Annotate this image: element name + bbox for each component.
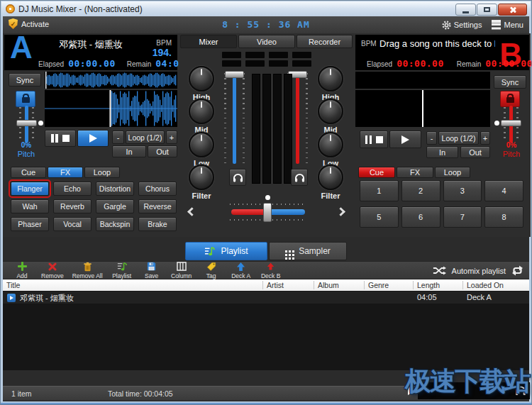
deck-a-loop-in-button[interactable]: In: [112, 145, 146, 157]
volume-fader-a-handle[interactable]: [225, 71, 244, 78]
cue-pad-1[interactable]: 1: [360, 180, 399, 201]
crossfader-left-arrow-icon[interactable]: [187, 207, 196, 216]
deck-b-tab-cue[interactable]: Cue: [358, 167, 395, 178]
deck-b-loop-minus-button[interactable]: -: [426, 131, 437, 145]
remove-button[interactable]: Remove: [37, 261, 68, 279]
mid-knob-a[interactable]: [189, 99, 214, 124]
deck-b-pitch-lock-button[interactable]: [500, 91, 520, 107]
crossfader-right-arrow-icon[interactable]: [336, 207, 345, 216]
deck-b-tab-fx[interactable]: FX: [397, 167, 433, 178]
column-artist[interactable]: Artist: [267, 281, 284, 289]
deck-b-sync-button[interactable]: Sync: [494, 75, 526, 89]
crossfader-track-right[interactable]: [268, 209, 305, 215]
column-loaded-on[interactable]: Loaded On: [467, 281, 504, 289]
fx-button-echo[interactable]: Echo: [53, 182, 92, 196]
close-button[interactable]: [498, 4, 527, 16]
deck-b-tab-loop[interactable]: Loop: [435, 167, 470, 178]
pause-icon: [370, 135, 372, 144]
repeat-icon[interactable]: [511, 265, 523, 277]
deck-a-loop-button[interactable]: Loop (1/2): [126, 131, 165, 144]
fx-button-wah[interactable]: Wah: [11, 199, 49, 213]
deck-b-loop-button[interactable]: Loop (1/2): [438, 131, 479, 145]
fx-button-phaser[interactable]: Phaser: [11, 217, 49, 231]
fx-button-reverse[interactable]: Reverse: [138, 199, 177, 213]
sampler-grid-icon: [285, 250, 287, 253]
headphone-cue-b-button[interactable]: [291, 169, 308, 186]
low-knob-b[interactable]: [318, 132, 343, 157]
high-knob-a[interactable]: [189, 66, 214, 91]
cue-pad-6[interactable]: 6: [401, 206, 440, 228]
deck-a-sync-button[interactable]: Sync: [9, 73, 41, 87]
volume-fader-a-track[interactable]: [233, 77, 236, 164]
deck-b-waveform-overview[interactable]: [355, 72, 490, 89]
cue-pad-7[interactable]: 7: [443, 206, 482, 228]
tag-button[interactable]: Tag: [196, 261, 226, 279]
deck-a-pitch-lock-button[interactable]: [16, 91, 35, 107]
table-row[interactable]: 邓紫琪 - 烟熏妆 04:05 Deck A: [3, 292, 529, 304]
remove-all-button[interactable]: Remove All: [68, 261, 107, 279]
playlist-button[interactable]: Playlist: [107, 261, 137, 279]
headphone-cue-a-button[interactable]: [229, 169, 246, 186]
deck-b-play-button[interactable]: [389, 131, 421, 148]
deck-b-loop-in-button[interactable]: In: [426, 146, 458, 158]
cue-pad-8[interactable]: 8: [484, 206, 523, 228]
deck-a-waveform-detail[interactable]: [45, 90, 177, 127]
shuffle-icon[interactable]: [433, 266, 446, 277]
column-album[interactable]: Album: [318, 281, 339, 289]
fx-button-distortion[interactable]: Distortion: [96, 182, 134, 196]
save-button[interactable]: Save: [137, 261, 167, 279]
cue-pad-3[interactable]: 3: [443, 180, 482, 201]
fx-button-gargle[interactable]: Gargle: [96, 199, 134, 213]
volume-fader-b-track[interactable]: [296, 77, 299, 164]
deck-b-loop-out-button[interactable]: Out: [460, 146, 490, 158]
preview-play-icon[interactable]: [408, 385, 416, 395]
load-deck-a-button[interactable]: Deck A: [226, 261, 256, 279]
fx-button-brake[interactable]: Brake: [138, 217, 177, 231]
cue-pad-4[interactable]: 4: [484, 180, 523, 201]
deck-a-tab-loop[interactable]: Loop: [84, 167, 120, 178]
column-length[interactable]: Length: [417, 281, 440, 289]
filter-knob-b[interactable]: [318, 165, 343, 190]
settings-button[interactable]: Settings: [442, 21, 482, 30]
fx-button-backspin[interactable]: Backspin: [96, 217, 134, 231]
deck-a-pause-stop-button[interactable]: [45, 130, 76, 147]
deck-b-waveform-detail[interactable]: [355, 90, 490, 127]
fx-button-flanger[interactable]: Flanger: [11, 182, 49, 196]
tab-playlist[interactable]: Playlist: [185, 242, 267, 260]
playlist-toolbar: Add Remove Remove All Playlist Save: [3, 261, 529, 279]
low-knob-a[interactable]: [189, 132, 214, 157]
minimize-button[interactable]: [455, 4, 476, 16]
filter-knob-a[interactable]: [189, 165, 214, 190]
menu-button[interactable]: Menu: [492, 20, 523, 30]
mixer-tab-mixer[interactable]: Mixer: [180, 35, 237, 48]
mixer-tab-recorder[interactable]: Recorder: [297, 35, 353, 48]
column-button[interactable]: Column: [167, 261, 196, 279]
deck-a-loop-minus-button[interactable]: -: [112, 131, 124, 144]
high-knob-b[interactable]: [318, 66, 343, 91]
column-title[interactable]: Title: [6, 281, 20, 289]
deck-b-loop-plus-button[interactable]: +: [480, 131, 490, 145]
fx-button-chorus[interactable]: Chorus: [138, 182, 177, 196]
mid-knob-b[interactable]: [318, 99, 343, 124]
mixer-tab-video[interactable]: Video: [238, 35, 295, 48]
tab-sampler[interactable]: Sampler: [269, 242, 347, 260]
fx-button-vocal[interactable]: Vocal: [53, 217, 92, 231]
crossfader-handle[interactable]: [263, 203, 272, 222]
deck-b-pause-stop-button[interactable]: [360, 131, 388, 148]
deck-a-pitch-handle[interactable]: [16, 120, 37, 126]
fx-button-reverb[interactable]: Reverb: [53, 199, 92, 213]
cue-pad-5[interactable]: 5: [360, 206, 399, 228]
deck-b-pitch-handle[interactable]: [501, 120, 521, 126]
load-deck-b-button[interactable]: Deck B: [256, 261, 286, 279]
maximize-button[interactable]: [477, 4, 497, 16]
deck-a-loop-out-button[interactable]: Out: [148, 145, 177, 157]
cue-pad-2[interactable]: 2: [401, 180, 440, 201]
deck-a-tab-cue[interactable]: Cue: [11, 167, 46, 178]
add-button[interactable]: Add: [7, 261, 37, 279]
automix-label[interactable]: Automix playlist: [452, 267, 506, 275]
deck-a-waveform-overview[interactable]: [45, 72, 177, 89]
deck-a-loop-plus-button[interactable]: +: [166, 131, 177, 144]
column-genre[interactable]: Genre: [368, 281, 389, 289]
deck-a-tab-fx[interactable]: FX: [48, 167, 83, 178]
deck-a-play-button[interactable]: [77, 130, 109, 147]
